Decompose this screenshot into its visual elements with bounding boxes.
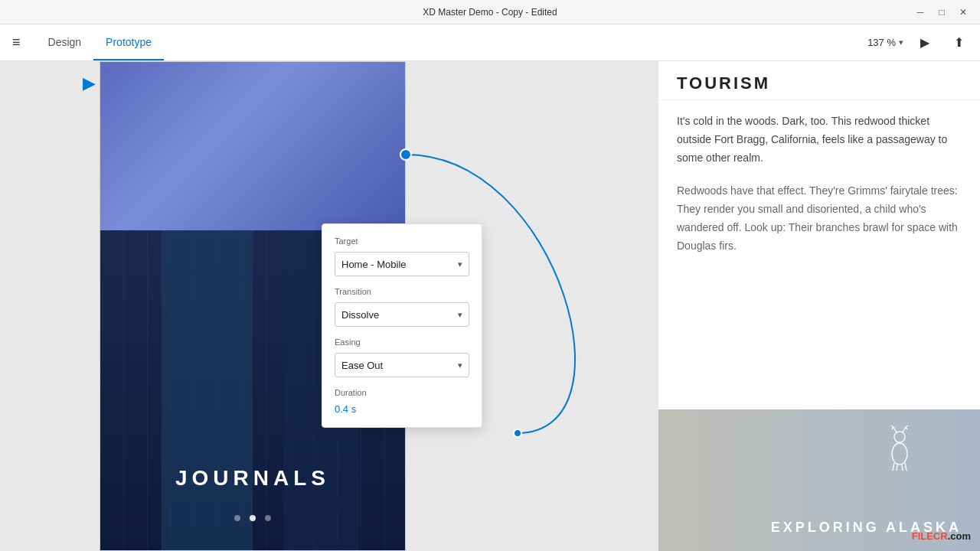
easing-label: Easing	[335, 337, 469, 347]
svg-line-4	[897, 465, 897, 471]
svg-line-8	[891, 425, 893, 427]
transition-select-chevron: ▾	[458, 310, 462, 320]
dot-3	[265, 515, 271, 521]
svg-line-6	[905, 463, 906, 471]
svg-point-1	[894, 432, 905, 442]
title-bar: XD Master Demo - Copy - Edited ─ □ ✕	[0, 0, 980, 24]
tab-design[interactable]: Design	[36, 24, 94, 60]
target-select[interactable]: Home - Mobile ▾	[335, 252, 469, 276]
toolbar: ≡ Design Prototype 137 % ▾ ▶ ⬆	[0, 24, 980, 61]
watermark-text2: .com	[948, 530, 971, 542]
easing-select-value: Ease Out	[341, 360, 383, 371]
minimize-button[interactable]: ─	[913, 5, 928, 20]
svg-line-7	[893, 427, 897, 432]
right-content-panel: TOURISM It's cold in the woods. Dark, to…	[658, 61, 980, 551]
target-label: Target	[335, 236, 469, 246]
right-panel-header: TOURISM	[658, 61, 980, 100]
connection-dot-source	[400, 148, 412, 161]
left-panel: ▶	[0, 61, 100, 551]
dots-indicator	[234, 515, 271, 521]
popup-panel: Target Home - Mobile ▾ Transition Dissol…	[322, 223, 482, 428]
title-bar-title: XD Master Demo - Copy - Edited	[423, 7, 557, 18]
right-panel-title: TOURISM	[677, 73, 962, 93]
duration-value[interactable]: 0.4 s	[335, 403, 469, 415]
journals-top-bg	[100, 62, 405, 230]
zoom-value: 137 %	[867, 37, 896, 48]
svg-line-10	[903, 427, 906, 432]
svg-line-12	[906, 427, 907, 429]
tab-prototype[interactable]: Prototype	[93, 24, 164, 60]
svg-line-9	[892, 427, 893, 429]
easing-select[interactable]: Ease Out ▾	[335, 353, 469, 377]
nav-tabs: Design Prototype	[36, 24, 165, 60]
cursor-arrow-icon: ▶	[83, 73, 96, 93]
zoom-control[interactable]: 137 % ▾	[867, 37, 903, 48]
journals-text: JOURNALS	[175, 466, 330, 491]
transition-select-value: Dissolve	[341, 309, 379, 321]
svg-point-0	[892, 443, 907, 465]
zoom-dropdown-icon[interactable]: ▾	[899, 37, 903, 47]
canvas-area: JOURNALS TOURISM It's cold in the woods.…	[100, 61, 980, 551]
hamburger-icon[interactable]: ≡	[9, 31, 24, 54]
play-button[interactable]: ▶	[913, 31, 937, 55]
main-area: ▶ JOURNALS	[0, 61, 980, 551]
connection-dot-target	[513, 429, 522, 438]
svg-line-3	[893, 463, 894, 471]
svg-line-5	[902, 465, 903, 471]
target-select-chevron: ▾	[458, 259, 462, 269]
close-button[interactable]: ✕	[956, 5, 971, 20]
watermark: FILECR.com	[912, 530, 971, 542]
alaska-deer-icon	[880, 425, 919, 478]
transition-label: Transition	[335, 287, 469, 296]
target-select-value: Home - Mobile	[341, 259, 407, 270]
duration-label: Duration	[335, 388, 469, 397]
dot-2	[250, 515, 256, 521]
svg-line-11	[906, 425, 908, 427]
share-button[interactable]: ⬆	[946, 31, 971, 55]
dot-1	[234, 515, 240, 521]
maximize-button[interactable]: □	[934, 5, 949, 20]
transition-select[interactable]: Dissolve ▾	[335, 302, 469, 327]
watermark-text1: FILECR	[912, 530, 948, 542]
easing-select-chevron: ▾	[458, 360, 462, 370]
right-panel-para2: Redwoods have that effect. They're Grimm…	[677, 182, 962, 255]
right-panel-text: It's cold in the woods. Dark, too. This …	[658, 100, 980, 268]
right-panel-para1: It's cold in the woods. Dark, too. This …	[677, 112, 962, 167]
toolbar-right: 137 % ▾ ▶ ⬆	[867, 31, 971, 55]
